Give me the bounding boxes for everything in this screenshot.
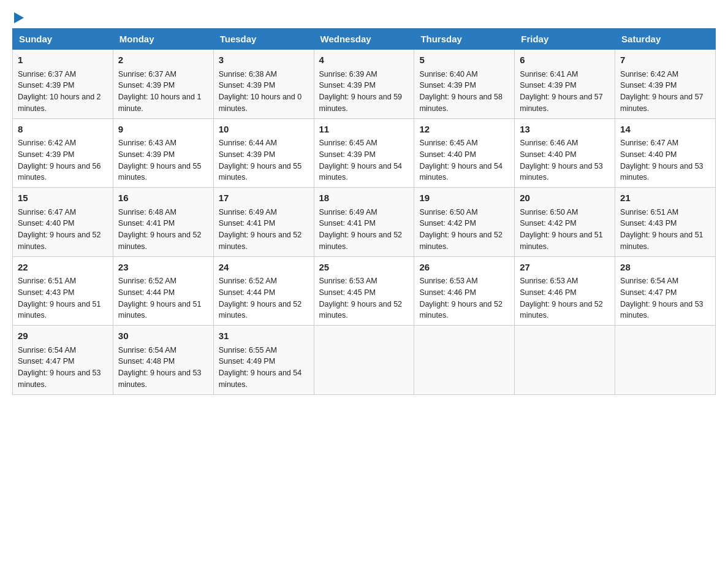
day-sunrise: Sunrise: 6:37 AM [118, 70, 176, 79]
calendar-cell: 24Sunrise: 6:52 AMSunset: 4:44 PMDayligh… [213, 256, 314, 326]
day-sunset: Sunset: 4:39 PM [319, 150, 376, 159]
day-sunset: Sunset: 4:39 PM [118, 150, 175, 159]
day-daylight: Daylight: 10 hours and 2 minutes. [18, 93, 101, 113]
day-number: 22 [18, 261, 108, 275]
day-sunrise: Sunrise: 6:42 AM [18, 139, 76, 147]
day-header-saturday: Saturday [615, 29, 716, 50]
day-sunset: Sunset: 4:39 PM [18, 81, 74, 90]
calendar-week-row: 22Sunrise: 6:51 AMSunset: 4:43 PMDayligh… [13, 256, 716, 326]
day-daylight: Daylight: 9 hours and 54 minutes. [219, 369, 302, 389]
calendar-week-row: 15Sunrise: 6:47 AMSunset: 4:40 PMDayligh… [13, 188, 716, 257]
day-sunrise: Sunrise: 6:53 AM [319, 277, 377, 285]
calendar-cell: 23Sunrise: 6:52 AMSunset: 4:44 PMDayligh… [113, 256, 213, 326]
day-number: 1 [18, 53, 108, 67]
day-daylight: Daylight: 9 hours and 52 minutes. [520, 300, 603, 320]
day-sunrise: Sunrise: 6:40 AM [419, 70, 477, 79]
day-sunset: Sunset: 4:40 PM [419, 150, 476, 159]
day-sunrise: Sunrise: 6:49 AM [319, 208, 377, 216]
day-daylight: Daylight: 9 hours and 51 minutes. [118, 300, 202, 320]
day-number: 17 [219, 191, 309, 205]
day-sunset: Sunset: 4:39 PM [118, 81, 175, 90]
day-sunset: Sunset: 4:39 PM [219, 150, 275, 159]
day-sunrise: Sunrise: 6:37 AM [18, 70, 76, 79]
day-sunrise: Sunrise: 6:42 AM [620, 70, 678, 79]
day-number: 7 [620, 53, 710, 67]
day-sunrise: Sunrise: 6:38 AM [219, 70, 277, 79]
calendar-cell: 28Sunrise: 6:54 AMSunset: 4:47 PMDayligh… [615, 256, 716, 326]
day-sunrise: Sunrise: 6:43 AM [118, 139, 176, 147]
day-number: 24 [219, 261, 309, 275]
day-header-sunday: Sunday [13, 29, 113, 50]
calendar-cell: 16Sunrise: 6:48 AMSunset: 4:41 PMDayligh… [113, 188, 213, 257]
day-sunrise: Sunrise: 6:46 AM [520, 139, 578, 147]
day-sunrise: Sunrise: 6:48 AM [118, 208, 176, 216]
day-number: 9 [118, 123, 208, 137]
day-sunset: Sunset: 4:41 PM [118, 219, 175, 228]
day-daylight: Daylight: 9 hours and 55 minutes. [118, 162, 202, 182]
day-sunrise: Sunrise: 6:49 AM [219, 208, 277, 216]
day-sunrise: Sunrise: 6:45 AM [319, 139, 377, 147]
calendar-cell: 1Sunrise: 6:37 AMSunset: 4:39 PMDaylight… [13, 50, 113, 119]
calendar-table: SundayMondayTuesdayWednesdayThursdayFrid… [12, 28, 716, 395]
day-sunrise: Sunrise: 6:52 AM [219, 277, 277, 285]
day-number: 8 [18, 123, 108, 137]
day-number: 15 [18, 191, 108, 205]
day-header-tuesday: Tuesday [213, 29, 314, 50]
day-daylight: Daylight: 9 hours and 52 minutes. [319, 231, 403, 251]
calendar-cell: 8Sunrise: 6:42 AMSunset: 4:39 PMDaylight… [13, 118, 113, 188]
calendar-cell: 15Sunrise: 6:47 AMSunset: 4:40 PMDayligh… [13, 188, 113, 257]
day-daylight: Daylight: 9 hours and 52 minutes. [219, 231, 302, 251]
day-number: 18 [319, 191, 409, 205]
calendar-cell: 21Sunrise: 6:51 AMSunset: 4:43 PMDayligh… [615, 188, 716, 257]
day-sunset: Sunset: 4:43 PM [18, 288, 74, 297]
calendar-cell [414, 326, 515, 395]
calendar-week-row: 29Sunrise: 6:54 AMSunset: 4:47 PMDayligh… [13, 326, 716, 395]
day-sunset: Sunset: 4:46 PM [419, 288, 476, 297]
day-sunset: Sunset: 4:40 PM [18, 219, 74, 228]
calendar-cell: 19Sunrise: 6:50 AMSunset: 4:42 PMDayligh… [414, 188, 515, 257]
day-daylight: Daylight: 9 hours and 54 minutes. [419, 162, 502, 182]
day-sunrise: Sunrise: 6:50 AM [520, 208, 578, 216]
day-number: 20 [520, 191, 610, 205]
day-sunset: Sunset: 4:44 PM [118, 288, 175, 297]
calendar-cell: 12Sunrise: 6:45 AMSunset: 4:40 PMDayligh… [414, 118, 515, 188]
day-sunrise: Sunrise: 6:53 AM [419, 277, 477, 285]
day-number: 2 [118, 53, 208, 67]
calendar-cell: 31Sunrise: 6:55 AMSunset: 4:49 PMDayligh… [213, 326, 314, 395]
day-daylight: Daylight: 9 hours and 51 minutes. [520, 231, 603, 251]
day-sunset: Sunset: 4:39 PM [419, 81, 476, 90]
day-daylight: Daylight: 9 hours and 53 minutes. [118, 369, 202, 389]
day-sunset: Sunset: 4:41 PM [219, 219, 275, 228]
calendar-cell: 3Sunrise: 6:38 AMSunset: 4:39 PMDaylight… [213, 50, 314, 119]
day-sunset: Sunset: 4:39 PM [319, 81, 376, 90]
day-daylight: Daylight: 10 hours and 1 minute. [118, 93, 202, 113]
day-sunrise: Sunrise: 6:51 AM [18, 277, 76, 285]
day-daylight: Daylight: 9 hours and 53 minutes. [620, 162, 703, 182]
calendar-cell: 11Sunrise: 6:45 AMSunset: 4:39 PMDayligh… [314, 118, 414, 188]
calendar-cell: 18Sunrise: 6:49 AMSunset: 4:41 PMDayligh… [314, 188, 414, 257]
calendar-cell: 13Sunrise: 6:46 AMSunset: 4:40 PMDayligh… [515, 118, 615, 188]
calendar-cell: 29Sunrise: 6:54 AMSunset: 4:47 PMDayligh… [13, 326, 113, 395]
day-number: 19 [419, 191, 509, 205]
calendar-week-row: 8Sunrise: 6:42 AMSunset: 4:39 PMDaylight… [13, 118, 716, 188]
day-daylight: Daylight: 9 hours and 57 minutes. [520, 93, 603, 113]
day-sunset: Sunset: 4:41 PM [319, 219, 376, 228]
day-sunrise: Sunrise: 6:39 AM [319, 70, 377, 79]
day-number: 12 [419, 123, 509, 137]
day-number: 11 [319, 123, 409, 137]
day-number: 10 [219, 123, 309, 137]
calendar-cell: 22Sunrise: 6:51 AMSunset: 4:43 PMDayligh… [13, 256, 113, 326]
day-sunrise: Sunrise: 6:54 AM [118, 346, 176, 354]
calendar-cell: 4Sunrise: 6:39 AMSunset: 4:39 PMDaylight… [314, 50, 414, 119]
logo [12, 12, 24, 22]
calendar-cell: 7Sunrise: 6:42 AMSunset: 4:39 PMDaylight… [615, 50, 716, 119]
day-daylight: Daylight: 9 hours and 51 minutes. [18, 300, 101, 320]
day-sunrise: Sunrise: 6:41 AM [520, 70, 578, 79]
calendar-cell: 30Sunrise: 6:54 AMSunset: 4:48 PMDayligh… [113, 326, 213, 395]
day-daylight: Daylight: 10 hours and 0 minutes. [219, 93, 302, 113]
calendar-cell: 25Sunrise: 6:53 AMSunset: 4:45 PMDayligh… [314, 256, 414, 326]
day-sunset: Sunset: 4:44 PM [219, 288, 275, 297]
calendar-header-row: SundayMondayTuesdayWednesdayThursdayFrid… [13, 29, 716, 50]
day-daylight: Daylight: 9 hours and 51 minutes. [620, 231, 703, 251]
day-number: 28 [620, 261, 710, 275]
